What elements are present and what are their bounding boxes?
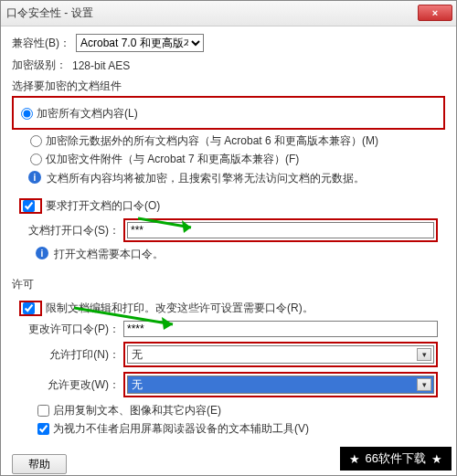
allow-print-label: 允许打印(N)： [19,347,120,363]
allow-change-box: 无 ▾ [123,372,438,397]
enc-info-text: 文档所有内容均将被加密，且搜索引擎将无法访问文档的元数据。 [47,171,365,186]
copy-label: 启用复制文本、图像和其它内容(E) [53,403,221,418]
enc-group-box: 加密所有文档内容(L) [12,96,445,130]
compat-select[interactable]: Acrobat 7.0 和更高版本 [76,34,204,52]
open-pw-checkbox[interactable] [23,200,35,212]
radio-encrypt-all[interactable] [21,108,33,120]
perm-chk-label: 限制文档编辑和打印。改变这些许可设置需要口令(R)。 [46,301,314,316]
perm-checkbox-box [19,301,42,316]
radio-encrypt-all-label: 加密所有文档内容(L) [37,106,138,122]
radio-encrypt-attach[interactable] [30,153,42,165]
radio-encrypt-meta-label: 加密除元数据外的所有文档内容（与 Acrobat 6 和更高版本兼容）(M) [46,133,378,149]
open-pw-field-label: 文档打开口令(S)： [19,223,120,238]
open-pw-box [123,218,438,242]
open-pw-checkbox-box [19,198,42,214]
perm-title: 许可 [12,277,445,292]
perm-checkbox[interactable] [23,302,35,314]
enc-level-label: 加密级别： [12,58,67,73]
star-icon: ★ [431,452,442,466]
allow-print-value: 无 [132,347,143,363]
banner-text: 66软件下载 [366,450,426,467]
radio-encrypt-meta[interactable] [30,135,42,147]
enc-level-value: 128-bit AES [72,59,130,72]
radio-encrypt-attach-label: 仅加密文件附件（与 Acrobat 7 和更高版本兼容）(F) [46,152,299,167]
chevron-down-icon: ▾ [417,348,431,361]
copy-checkbox[interactable] [37,405,49,417]
help-button[interactable]: 帮助 [12,454,67,474]
titlebar: 口令安全性 - 设置 × [1,1,456,26]
open-pw-label: 要求打开文档的口令(O) [46,198,160,214]
chevron-down-icon: ▾ [417,378,431,391]
allow-change-value: 无 [132,377,143,393]
info-icon: i [36,247,48,259]
allow-print-select[interactable]: 无 ▾ [127,345,434,364]
change-pw-label: 更改许可口令(P)： [19,322,120,337]
close-icon: × [432,7,438,18]
open-pw-info: 打开文档需要本口令。 [54,247,164,262]
allow-change-label: 允许更改(W)： [19,377,120,393]
compat-label: 兼容性(B)： [12,36,70,51]
enc-group-title: 选择要加密的文档组件 [12,79,445,94]
allow-change-select[interactable]: 无 ▾ [127,376,434,394]
close-button[interactable]: × [418,5,452,21]
change-pw-input[interactable] [123,321,438,337]
allow-print-box: 无 ▾ [123,342,438,367]
star-icon: ★ [349,452,360,466]
window-title: 口令安全性 - 设置 [6,5,93,21]
open-pw-input[interactable] [127,222,434,238]
info-icon: i [28,171,41,184]
watermark-banner: ★ 66软件下载 ★ [340,447,452,471]
screenreader-checkbox[interactable] [37,423,49,435]
screenreader-label: 为视力不佳者启用屏幕阅读器设备的文本辅助工具(V) [53,421,309,437]
